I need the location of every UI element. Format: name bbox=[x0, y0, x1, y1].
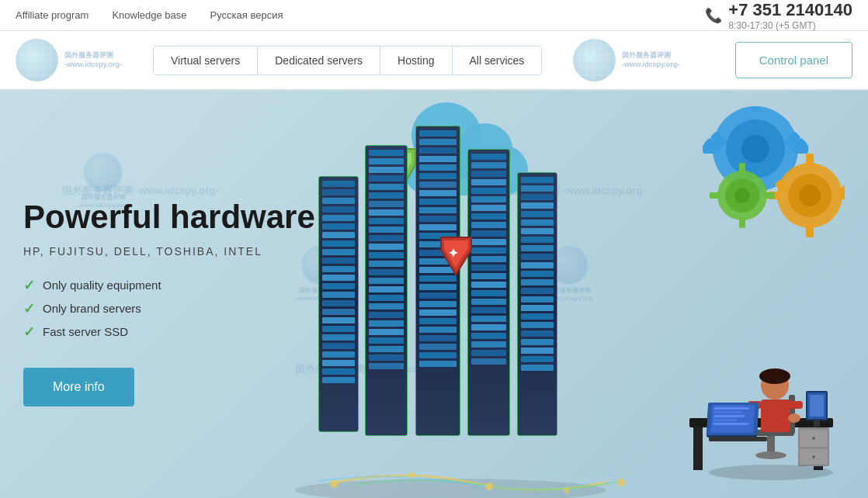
svg-rect-38 bbox=[710, 192, 720, 199]
nav-hosting[interactable]: Hosting bbox=[380, 47, 452, 74]
svg-rect-18 bbox=[703, 144, 718, 154]
main-nav: Virtual servers Dedicated servers Hostin… bbox=[153, 46, 542, 75]
svg-rect-63 bbox=[713, 415, 745, 417]
logo-globe-1 bbox=[16, 39, 58, 81]
rack-3 bbox=[415, 126, 460, 436]
svg-rect-58 bbox=[707, 403, 759, 437]
svg-rect-43 bbox=[800, 430, 828, 447]
svg-text:★: ★ bbox=[390, 162, 403, 178]
phone-icon: 📞 bbox=[705, 7, 722, 24]
feature-label-3: Fast server SSD bbox=[43, 325, 128, 338]
svg-rect-37 bbox=[764, 192, 775, 199]
nav-all-services[interactable]: All services bbox=[453, 47, 542, 74]
svg-rect-49 bbox=[767, 436, 775, 455]
svg-rect-69 bbox=[810, 395, 824, 417]
svg-rect-35 bbox=[739, 163, 745, 174]
check-icon-1: ✓ bbox=[23, 277, 35, 294]
svg-rect-60 bbox=[710, 405, 755, 433]
control-panel-button[interactable]: Control panel bbox=[735, 42, 852, 78]
svg-rect-27 bbox=[806, 225, 814, 237]
shield: ★ bbox=[373, 145, 419, 206]
svg-point-57 bbox=[788, 413, 800, 423]
hero-subtitle: HP, FUJITSU, DELL, TOSHIBA, INTEL bbox=[23, 245, 315, 258]
svg-rect-30 bbox=[836, 185, 845, 199]
more-info-button[interactable]: More info bbox=[23, 368, 134, 406]
svg-rect-19 bbox=[790, 137, 808, 155]
hero-content: Powerful hardware HP, FUJITSU, DELL, TOS… bbox=[0, 184, 315, 406]
logo-2: 国外服务器评测-www.idcspy.org- bbox=[573, 39, 679, 81]
svg-rect-28 bbox=[839, 192, 845, 199]
svg-rect-42 bbox=[798, 427, 829, 466]
svg-point-13 bbox=[726, 119, 785, 178]
rack-5 bbox=[517, 172, 557, 436]
svg-point-34 bbox=[734, 188, 750, 203]
svg-rect-70 bbox=[814, 420, 820, 427]
contact-info: 📞 +7 351 2140140 8:30-17:30 (+5 GMT) bbox=[705, 0, 852, 31]
svg-point-71 bbox=[709, 465, 833, 480]
svg-rect-29 bbox=[768, 192, 780, 199]
svg-rect-40 bbox=[693, 427, 703, 470]
affiliate-program-link[interactable]: Affiliate program bbox=[16, 9, 89, 21]
logo-1: 国外服务器评测-www.idcspy.org- bbox=[16, 39, 122, 81]
phone-number: +7 351 2140140 bbox=[728, 0, 852, 20]
svg-point-23 bbox=[777, 163, 842, 228]
header-logos: 国外服务器评测-www.idcspy.org- Virtual servers … bbox=[16, 39, 679, 81]
svg-rect-44 bbox=[800, 449, 828, 465]
check-icon-2: ✓ bbox=[23, 300, 35, 317]
nav-virtual-servers[interactable]: Virtual servers bbox=[154, 47, 258, 74]
svg-rect-68 bbox=[807, 393, 826, 419]
svg-point-6 bbox=[295, 479, 606, 498]
svg-point-33 bbox=[725, 178, 759, 213]
watermark-3: 国外服务器评测-www.idcspy.org- bbox=[543, 246, 595, 302]
rack-4 bbox=[467, 149, 510, 436]
feature-3: ✓ Fast server SSD bbox=[23, 323, 315, 341]
svg-rect-15 bbox=[751, 106, 760, 112]
svg-rect-17 bbox=[793, 144, 808, 154]
check-icon-3: ✓ bbox=[23, 323, 35, 341]
svg-rect-20 bbox=[710, 131, 727, 149]
top-bar: Affiliate program Knowledge base Русская… bbox=[0, 0, 868, 31]
svg-point-11 bbox=[617, 479, 625, 486]
svg-rect-22 bbox=[783, 131, 801, 149]
svg-rect-65 bbox=[713, 423, 748, 425]
svg-marker-3 bbox=[441, 237, 471, 275]
svg-rect-53 bbox=[761, 399, 790, 432]
server-illustration: ★ bbox=[295, 102, 668, 498]
main-header: 国外服务器评测-www.idcspy.org- Virtual servers … bbox=[0, 31, 868, 89]
gears-group bbox=[689, 106, 845, 261]
cloud bbox=[388, 118, 543, 195]
svg-point-9 bbox=[485, 482, 493, 490]
watermark-text-2: 国外服务器评测 -www.idcspy.org- bbox=[295, 362, 452, 376]
svg-rect-41 bbox=[814, 427, 823, 470]
logo-text-2: 国外服务器评测-www.idcspy.org- bbox=[622, 51, 679, 69]
watermark-text-3: 国外服务器评测 -www.idcspy.org- bbox=[489, 184, 646, 198]
svg-rect-66 bbox=[709, 437, 767, 441]
svg-marker-1 bbox=[380, 153, 411, 190]
knowledge-base-link[interactable]: Knowledge base bbox=[112, 9, 186, 21]
svg-point-45 bbox=[812, 437, 815, 440]
svg-rect-59 bbox=[707, 403, 759, 435]
top-bar-nav: Affiliate program Knowledge base Русская… bbox=[16, 9, 283, 21]
svg-point-25 bbox=[799, 185, 821, 206]
svg-point-52 bbox=[759, 368, 790, 384]
nav-dedicated-servers[interactable]: Dedicated servers bbox=[258, 47, 380, 74]
svg-rect-47 bbox=[752, 430, 794, 436]
worker-scene bbox=[674, 317, 845, 488]
svg-point-7 bbox=[330, 480, 338, 488]
svg-rect-67 bbox=[806, 391, 828, 420]
security-badge: ✦ bbox=[439, 234, 474, 280]
svg-point-10 bbox=[564, 487, 570, 493]
feature-label-2: Only brand servers bbox=[43, 302, 141, 315]
phone-hours: 8:30-17:30 (+5 GMT) bbox=[728, 20, 852, 31]
svg-point-24 bbox=[788, 174, 832, 217]
svg-rect-36 bbox=[739, 217, 745, 228]
rack-1 bbox=[318, 176, 359, 432]
russian-version-link[interactable]: Русская версия bbox=[210, 9, 283, 21]
svg-rect-55 bbox=[789, 401, 803, 409]
svg-marker-0 bbox=[377, 149, 415, 199]
rack-2 bbox=[365, 145, 408, 436]
svg-point-8 bbox=[408, 472, 415, 478]
svg-point-51 bbox=[761, 372, 789, 399]
svg-rect-62 bbox=[714, 411, 741, 413]
logo-globe-2 bbox=[573, 39, 616, 81]
